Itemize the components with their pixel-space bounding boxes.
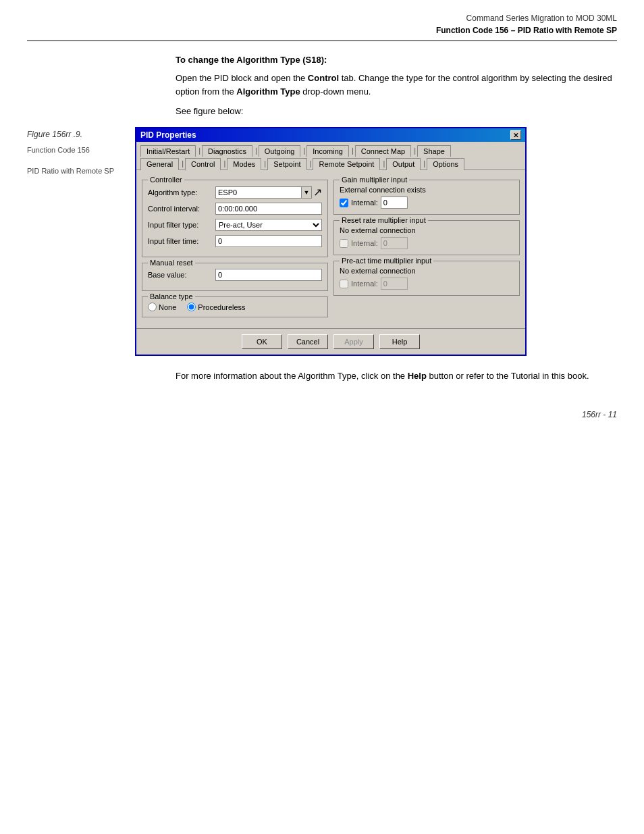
tab-initial-restart[interactable]: Initial/Restart [140,145,196,157]
tab-connect-map[interactable]: Connect Map [355,145,411,157]
tab-outgoing[interactable]: Outgoing [259,145,301,157]
tab-diagnostics[interactable]: Diagnostics [202,145,252,157]
gain-internal-checkbox[interactable] [340,199,348,207]
preact-internal-checkbox[interactable] [340,280,348,288]
controller-group: Controller Algorithm type: ▼ ↗ Contr [142,180,328,257]
input-filter-type-select[interactable]: Pre-act, User [215,219,322,231]
tab-output[interactable]: Output [386,158,421,170]
dialog-footer: OK Cancel Apply Help [136,328,525,355]
preact-title: Pre-act time multiplier input [340,257,433,265]
control-interval-label: Control interval: [148,205,215,213]
reset-internal-label: Internal: [351,239,378,247]
gain-internal-label: Internal: [351,199,378,207]
left-panel: Controller Algorithm type: ▼ ↗ Contr [142,173,328,323]
algorithm-type-input[interactable] [215,186,301,199]
section-heading: To change the Algorithm Type (S18): [176,55,617,65]
dialog-title: PID Properties [140,130,196,140]
page-number: 156rr - 11 [27,410,617,419]
balance-type-title: Balance type [148,292,195,301]
manual-reset-title: Manual reset [148,259,195,267]
reset-rate-group: Reset rate multiplier input No external … [333,220,520,255]
help-button[interactable]: Help [379,334,420,349]
gain-conn-status: External connection exists [340,186,514,194]
reset-internal-checkbox[interactable] [340,239,348,248]
reset-internal-value[interactable] [381,237,408,249]
pid-properties-dialog: PID Properties ✕ Initial/Restart | Diagn… [135,127,527,356]
tab-options[interactable]: Options [427,158,464,170]
gain-multiplier-group: Gain multiplier input External connectio… [333,180,520,215]
dialog-titlebar: PID Properties ✕ [136,128,525,142]
algorithm-type-label: Algorithm type: [148,188,215,197]
dialog-close-button[interactable]: ✕ [510,130,521,140]
header-sub: Function Code 156 – PID Ratio with Remot… [27,26,617,41]
radio-none[interactable] [148,303,157,311]
tab-shape[interactable]: Shape [417,145,451,157]
preact-group: Pre-act time multiplier input No externa… [333,261,520,296]
controller-group-title: Controller [148,176,184,184]
manual-reset-group: Manual reset Base value: [142,263,328,291]
tab-general[interactable]: General [140,158,179,170]
preact-internal-value[interactable] [381,278,408,290]
header-top: Command Series Migration to MOD 30ML [27,14,617,23]
tab-setpoint[interactable]: Setpoint [267,158,306,170]
radio-procedureless[interactable] [187,303,196,311]
tab-incoming[interactable]: Incoming [306,145,349,157]
gain-multiplier-title: Gain multiplier input [340,176,409,184]
base-value-input[interactable] [215,269,322,281]
reset-rate-title: Reset rate multiplier input [340,216,428,224]
base-value-label: Base value: [148,271,215,279]
gain-internal-value[interactable] [381,197,408,209]
algorithm-type-dropdown-btn[interactable]: ▼ [301,186,312,199]
input-filter-type-label: Input filter type: [148,221,215,229]
cancel-button[interactable]: Cancel [288,334,328,349]
tab-control[interactable]: Control [185,158,221,171]
preact-internal-label: Internal: [351,280,378,288]
algorithm-help-icon[interactable]: ↗ [313,186,322,199]
preact-conn-status: No external connection [340,267,514,275]
input-filter-time-input[interactable] [215,235,322,247]
radio-procedureless-label: Procedureless [198,303,245,311]
footer-text: For more information about the Algorithm… [176,369,617,383]
tab-modes[interactable]: Modes [227,158,261,170]
control-interval-input[interactable] [215,203,322,215]
ok-button[interactable]: OK [242,334,282,349]
input-filter-time-label: Input filter time: [148,237,215,245]
balance-type-group: Balance type None Procedureless [142,296,328,317]
figure-label: Figure 156rr .9. Function Code 156 PID R… [27,127,135,356]
apply-button[interactable]: Apply [333,334,374,349]
see-figure: See figure below: [176,106,617,116]
right-panel: Gain multiplier input External connectio… [333,173,520,323]
body-para1: Open the PID block and open the Control … [176,72,617,98]
tab-remote-setpoint[interactable]: Remote Setpoint [313,158,380,170]
reset-conn-status: No external connection [340,226,514,234]
radio-none-label: None [159,303,176,311]
